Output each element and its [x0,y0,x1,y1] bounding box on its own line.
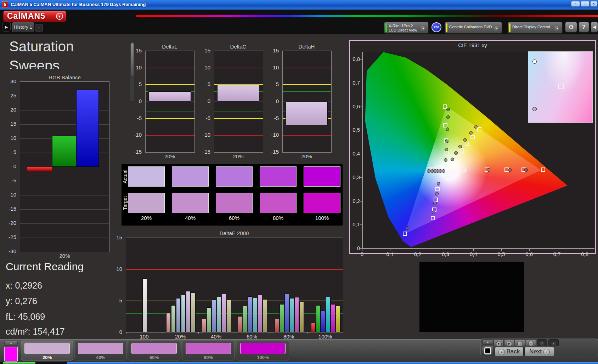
chevron-down-icon[interactable]: ▼ [554,25,560,32]
reference-line [146,84,194,85]
patch-button-80%[interactable]: 80% [182,341,235,360]
axis-tick [446,249,446,251]
source-dropdown[interactable]: Generic Calibration DVD ▼ [445,22,502,34]
add-tab-button[interactable]: + [35,24,43,32]
target-swatch[interactable] [128,193,165,213]
stop-button[interactable]: ■ [493,339,504,346]
y-tick-label: 0,7 [348,80,360,86]
next-label: Next [529,348,542,355]
axis-tick [342,332,342,334]
rgb-bar-red [27,167,52,171]
target-swatch[interactable] [260,193,297,213]
deltae-bar [258,295,262,332]
record-icon: ● [551,341,557,347]
patch-swatch [24,343,70,354]
reference-line [146,135,194,136]
tab-strip-arrow-icon[interactable]: ▶ [2,22,11,32]
meter-line1: X-Rite i1Pro 2 [389,24,417,28]
patch-button-100%[interactable]: 100% [237,341,289,360]
meter-dropdown[interactable]: X-Rite i1Pro 2 LCD Direct View ▼ [384,22,429,34]
record-button[interactable]: ● [548,339,559,346]
deltae-bar [336,306,340,332]
panel-collapse-icon[interactable]: ◀ [591,22,598,33]
pattern-preview-window [419,262,524,332]
help-icon[interactable]: ? [579,22,589,33]
reference-line [214,135,263,136]
tab-history-1[interactable]: History 1 [12,22,34,32]
actual-swatch[interactable] [128,166,165,187]
actual-swatch[interactable] [260,166,297,187]
calman-logo-button[interactable]: CalMAN5 ▼ [3,11,66,22]
axis-tick [360,224,362,225]
x-tick-label: 0,4 [466,251,481,257]
y-tick-label: -15 [196,149,210,155]
logo-text: CalMAN5 [7,11,45,21]
app-header: CalMAN5 ▼ ▶ History 1 + X-Rite i1Pro 2 L… [0,10,598,34]
deltae-bar [243,306,247,332]
stop-icon: ■ [496,341,502,347]
deltae-y-axis: 051015 [108,238,124,332]
deltae-bar [331,304,335,332]
axis-tick [362,249,362,251]
meter-speed-badge[interactable]: 200 [431,22,441,32]
actual-swatch[interactable] [216,166,253,187]
patch-button-60%[interactable]: 60% [128,341,180,360]
pattern-window-button[interactable] [482,346,494,356]
delta-x-label: 20% [282,153,331,159]
current-patch-swatch[interactable] [4,347,18,362]
patch-button-40%[interactable]: 40% [74,341,127,360]
cie-measurement-dot [446,108,450,111]
y-tick-label: 5 [1,149,16,155]
swatch-column-label: 60% [216,215,253,221]
display-control-dropdown[interactable]: Direct Display Control ▼ [508,22,563,34]
gear-icon[interactable]: ⚙ [565,22,577,33]
patch-swatch [131,343,177,354]
inset-target-marker [558,84,564,89]
deltae-bar [326,297,331,332]
cie-target-marker [477,127,481,131]
actual-swatch[interactable] [172,166,209,187]
patch-button-20%[interactable]: 20% [21,341,73,360]
deltae-bar [142,278,147,332]
chevron-down-icon[interactable]: ▼ [421,25,427,32]
reading-y: y: 0,276 [6,296,37,306]
cie-measurement-dot [474,125,478,129]
swatch-column-label: 80% [260,215,297,221]
patch-label: 100% [237,355,289,360]
y-tick-label: 0 [348,245,360,251]
axis-tick [529,249,530,251]
reference-line [146,112,194,112]
minimize-icon[interactable]: – [571,1,580,7]
rgb-bar-green [52,136,76,167]
logo-digit: 5 [40,11,45,21]
chevron-down-icon[interactable]: ▼ [494,25,500,32]
back-button[interactable]: « Back [495,347,524,356]
frame-step-button[interactable]: [·] [515,339,525,346]
logo-dropdown-icon[interactable]: ▼ [56,13,63,20]
up-arrow-icon[interactable]: ▲ [483,339,493,345]
cie-measurement-dot [524,168,528,172]
axis-tick [360,83,362,83]
up-arrow-icon[interactable]: ▲ [4,341,18,346]
maximize-icon[interactable]: □ [581,1,589,7]
deltae-group-label: 60% [239,334,264,340]
y-tick-label: 0,8 [348,56,360,62]
loop-button[interactable]: ∞ [526,339,536,346]
x-tick-label: 0,5 [493,251,509,257]
deltae-bar [294,297,299,332]
deltae-bar [289,298,294,332]
actual-swatch[interactable] [304,166,340,187]
target-swatch[interactable] [216,193,253,213]
target-swatch[interactable] [304,193,340,213]
play-button[interactable]: ▶ [504,339,514,346]
cie-target-marker [462,167,466,172]
refresh-button[interactable]: ⟳ [537,339,547,346]
target-swatch[interactable] [172,193,209,213]
next-arrow-icon: » [543,349,550,355]
close-icon[interactable]: × [590,1,597,7]
y-tick-label: 5 [128,81,142,87]
next-button[interactable]: Next » [524,347,555,356]
axis-tick [360,107,362,107]
reference-line [126,301,343,301]
axis-tick [126,332,126,334]
